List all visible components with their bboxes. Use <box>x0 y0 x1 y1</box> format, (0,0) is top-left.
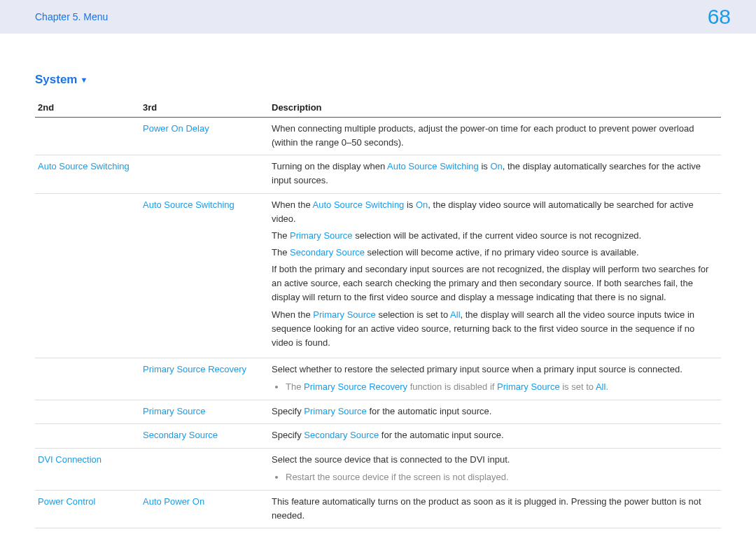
note-item: The Primary Source Recovery function is … <box>286 379 718 395</box>
col-description: Description <box>269 98 721 118</box>
description-cell: The PC module can be turned on/off separ… <box>269 528 721 534</box>
table-row: Secondary Source Specify Secondary Sourc… <box>35 424 721 448</box>
table-header-row: 2nd 3rd Description <box>35 98 721 118</box>
description-cell: Select the source device that is connect… <box>269 448 721 490</box>
menu-item-link[interactable]: Secondary Source <box>143 430 218 440</box>
menu-item-link[interactable]: Power Control <box>38 496 95 507</box>
description-cell: When connecting multiple products, adjus… <box>269 118 721 155</box>
chapter-label[interactable]: Chapter 5. Menu <box>35 11 108 22</box>
description-cell: When the Auto Source Switching is On, th… <box>269 193 721 358</box>
table-row: Auto Source Switching Turning on the dis… <box>35 155 721 193</box>
table-row: DVI Connection Select the source device … <box>35 448 721 490</box>
menu-item-link[interactable]: Auto Source Switching <box>38 161 130 171</box>
table-row: Primary Source Specify Primary Source fo… <box>35 400 721 424</box>
menu-item-link[interactable]: Auto Source Switching <box>143 199 234 210</box>
table-row: Power On Delay When connecting multiple … <box>35 118 721 155</box>
section-title-text: System <box>35 73 77 87</box>
menu-item-link[interactable]: DVI Connection <box>38 454 102 465</box>
description-cell: Specify Secondary Source for the automat… <box>269 424 721 448</box>
description-cell: This feature automatically turns on the … <box>269 490 721 528</box>
table-row: PC module power The PC module can be tur… <box>35 528 721 534</box>
description-cell: Turning on the display when Auto Source … <box>269 155 721 193</box>
menu-item-link[interactable]: Primary Source <box>143 406 206 416</box>
description-cell: Specify Primary Source for the automatic… <box>269 400 721 424</box>
description-cell: Select whether to restore the selected p… <box>269 358 721 400</box>
col-3rd: 3rd <box>140 98 269 118</box>
table-row: Primary Source Recovery Select whether t… <box>35 358 721 400</box>
page-header: Chapter 5. Menu 68 <box>0 0 756 34</box>
page-content: System ▼ 2nd 3rd Description Power On De… <box>0 34 756 534</box>
menu-item-link[interactable]: Power On Delay <box>143 123 209 134</box>
col-2nd: 2nd <box>35 98 140 118</box>
menu-item-link[interactable]: Auto Power On <box>143 496 204 507</box>
menu-table: 2nd 3rd Description Power On Delay When … <box>35 98 721 534</box>
section-title[interactable]: System ▼ <box>35 73 721 87</box>
note-item: Restart the source device if the screen … <box>286 470 718 485</box>
menu-item-link[interactable]: Primary Source Recovery <box>143 364 246 374</box>
table-row: Auto Source Switching When the Auto Sour… <box>35 193 721 358</box>
triangle-down-icon: ▼ <box>80 76 88 84</box>
page-number: 68 <box>708 5 731 29</box>
table-row: Power Control Auto Power On This feature… <box>35 490 721 528</box>
